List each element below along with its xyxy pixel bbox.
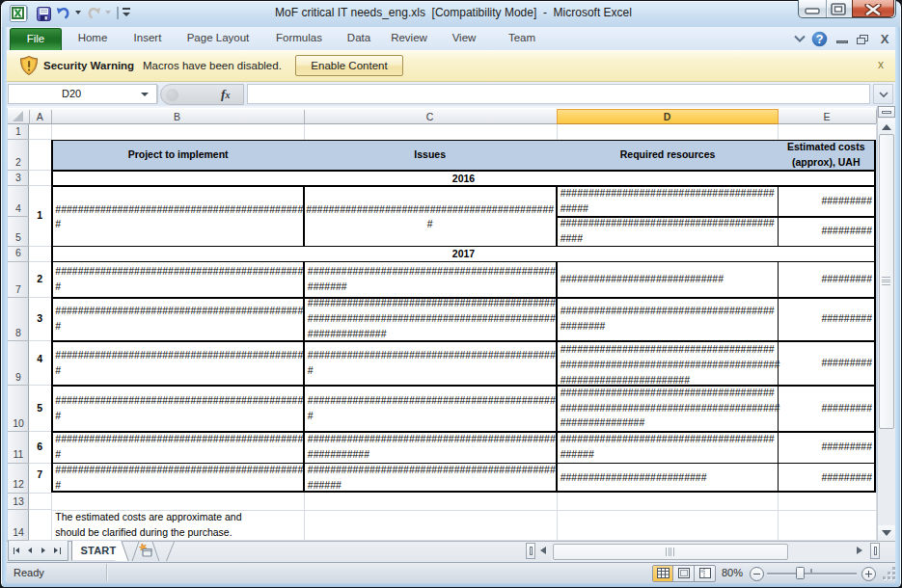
svg-text:?: ? [816,33,824,46]
